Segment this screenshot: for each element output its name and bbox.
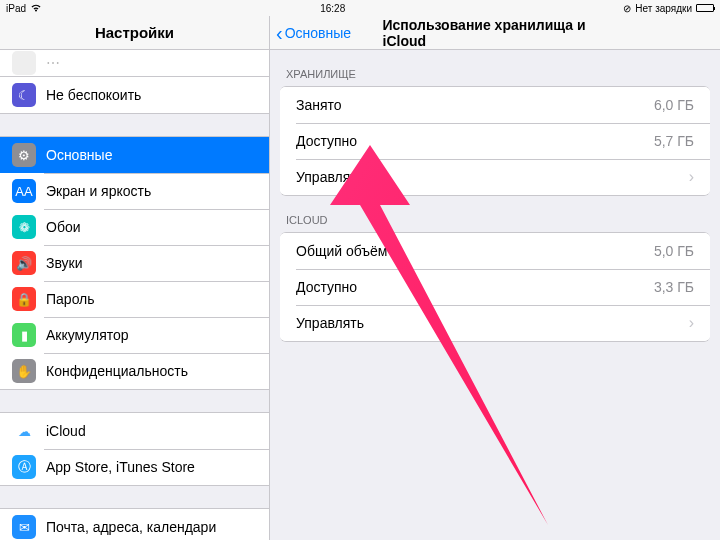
sidebar-title: Настройки — [0, 16, 269, 50]
sidebar-item-label: Основные — [46, 147, 259, 163]
row-value: 6,0 ГБ — [654, 97, 694, 113]
status-charge: Нет зарядки — [635, 3, 692, 14]
sidebar-item[interactable]: ⒶApp Store, iTunes Store — [0, 449, 269, 485]
row-label: Занято — [296, 97, 654, 113]
chevron-right-icon: › — [689, 168, 694, 186]
settings-row[interactable]: Управлять› — [280, 305, 710, 341]
sidebar-item[interactable]: ❁Обои — [0, 209, 269, 245]
sidebar-item[interactable]: ✉Почта, адреса, календари — [0, 509, 269, 540]
sidebar-item-icon: ▮ — [12, 323, 36, 347]
row-label: Доступно — [296, 133, 654, 149]
chevron-right-icon: › — [689, 314, 694, 332]
sidebar-item-label: Почта, адреса, календари — [46, 519, 259, 535]
not-charging-icon: ⊘ — [623, 3, 631, 14]
sidebar-item-label: Конфиденциальность — [46, 363, 259, 379]
sidebar-item-icon: ☾ — [12, 83, 36, 107]
sidebar-item-label: Не беспокоить — [46, 87, 259, 103]
row-value: 3,3 ГБ — [654, 279, 694, 295]
sidebar-item-icon: 🔒 — [12, 287, 36, 311]
status-device: iPad — [6, 3, 26, 14]
row-label: Доступно — [296, 279, 654, 295]
back-button[interactable]: ‹ Основные — [270, 23, 351, 43]
sidebar-item[interactable]: ☾Не беспокоить — [0, 77, 269, 113]
sidebar-item-label: App Store, iTunes Store — [46, 459, 259, 475]
sidebar-item[interactable]: ☁iCloud — [0, 413, 269, 449]
settings-row[interactable]: Управлять› — [280, 159, 710, 195]
settings-row: Доступно5,7 ГБ — [280, 123, 710, 159]
sidebar-item[interactable]: AAЭкран и яркость — [0, 173, 269, 209]
sidebar-item-icon: 🔊 — [12, 251, 36, 275]
sidebar-item[interactable]: ▮Аккумулятор — [0, 317, 269, 353]
sidebar-item-label: Экран и яркость — [46, 183, 259, 199]
section-header: ХРАНИЛИЩЕ — [270, 50, 720, 86]
status-bar: iPad 16:28 ⊘ Нет зарядки — [0, 0, 720, 16]
settings-row: Доступно3,3 ГБ — [280, 269, 710, 305]
sidebar-item-label: Пароль — [46, 291, 259, 307]
main-panel: ‹ Основные Использование хранилища и iCl… — [270, 16, 720, 540]
row-label: Управлять — [296, 315, 681, 331]
row-label: Управлять — [296, 169, 681, 185]
settings-sidebar: Настройки ⋯ ☾Не беспокоить⚙ОсновныеAAЭкр… — [0, 16, 270, 540]
row-label: Общий объём — [296, 243, 654, 259]
main-header: ‹ Основные Использование хранилища и iCl… — [270, 16, 720, 50]
sidebar-item[interactable]: 🔒Пароль — [0, 281, 269, 317]
settings-row: Общий объём5,0 ГБ — [280, 233, 710, 269]
battery-icon — [696, 4, 714, 12]
sidebar-item[interactable]: 🔊Звуки — [0, 245, 269, 281]
back-label: Основные — [285, 25, 351, 41]
sidebar-item-label: Аккумулятор — [46, 327, 259, 343]
row-value: 5,7 ГБ — [654, 133, 694, 149]
wifi-icon — [30, 3, 42, 14]
sidebar-item-icon: ❁ — [12, 215, 36, 239]
sidebar-item[interactable]: ✋Конфиденциальность — [0, 353, 269, 389]
section-header: ICLOUD — [270, 196, 720, 232]
sidebar-item[interactable]: ⚙Основные — [0, 137, 269, 173]
sidebar-item-label: Обои — [46, 219, 259, 235]
chevron-left-icon: ‹ — [276, 23, 283, 43]
sidebar-item-icon: ⚙ — [12, 143, 36, 167]
sidebar-item-icon: ✋ — [12, 359, 36, 383]
status-time: 16:28 — [320, 3, 345, 14]
sidebar-item-icon: Ⓐ — [12, 455, 36, 479]
sidebar-item-label: iCloud — [46, 423, 259, 439]
row-value: 5,0 ГБ — [654, 243, 694, 259]
unknown-icon — [12, 51, 36, 75]
sidebar-item-icon: ☁ — [12, 419, 36, 443]
sidebar-item-truncated[interactable]: ⋯ — [0, 50, 269, 76]
sidebar-item-icon: AA — [12, 179, 36, 203]
sidebar-item-label: Звуки — [46, 255, 259, 271]
settings-row: Занято6,0 ГБ — [280, 87, 710, 123]
sidebar-item-icon: ✉ — [12, 515, 36, 539]
page-title: Использование хранилища и iCloud — [383, 17, 608, 49]
